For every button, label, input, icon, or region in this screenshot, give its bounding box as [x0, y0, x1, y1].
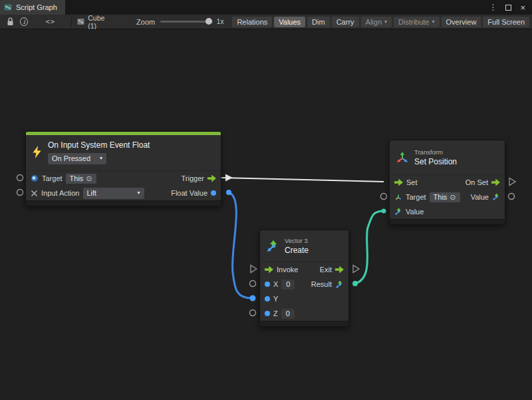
port-row-value-in: Value — [390, 204, 505, 219]
vector3-node-header: Vector 3 Create — [260, 230, 348, 262]
port-row-transform-target: Target This ⊙ Value — [390, 190, 505, 204]
vector3-z-port[interactable] — [250, 310, 256, 316]
vector-port-icon[interactable] — [492, 193, 500, 201]
transform-on-set-port[interactable] — [509, 178, 515, 186]
invoke-label: Invoke — [277, 266, 298, 274]
set-flow-arrow-icon[interactable] — [394, 179, 403, 186]
vector-port-icon[interactable] — [394, 208, 402, 216]
tab-title: Script Graph — [16, 3, 57, 11]
x-value-field[interactable]: 0 — [281, 280, 295, 290]
trigger-label: Trigger — [182, 174, 204, 182]
x-port-icon[interactable] — [265, 282, 270, 287]
fullscreen-button[interactable]: Full Screen — [483, 17, 529, 27]
zoom-value: 1x — [217, 18, 224, 25]
y-port-icon[interactable] — [265, 296, 270, 301]
zoom-slider[interactable] — [160, 21, 213, 23]
carry-button[interactable]: Carry — [332, 17, 359, 27]
toolbar-buttons: Relations Values Dim Carry Align ▾ Distr… — [232, 17, 529, 27]
zoom-slider-handle[interactable] — [205, 18, 212, 25]
float-value-wire — [229, 192, 252, 298]
target-value: This — [70, 174, 84, 183]
chevron-down-icon: ▾ — [137, 190, 140, 196]
float-value-label: Float Value — [171, 189, 207, 197]
transform-value-in-port[interactable] — [382, 209, 386, 214]
node-transform-set-position[interactable]: Transform Set Position Set On Set Target — [389, 140, 505, 225]
port-row-set: Set On Set — [390, 175, 505, 190]
close-icon[interactable]: × — [520, 3, 525, 13]
axes-icon — [394, 193, 402, 201]
distribute-button[interactable]: Distribute ▾ — [394, 17, 439, 27]
set-label: Set — [406, 178, 418, 186]
invoke-flow-arrow-icon[interactable] — [265, 266, 273, 274]
graph-context-label: Cube (1) — [88, 14, 111, 30]
object-picker-icon[interactable]: ⊙ — [86, 174, 92, 183]
float-value-port-icon[interactable] — [211, 190, 216, 196]
toolbar-separator — [71, 17, 72, 27]
vector-value-wire — [355, 211, 384, 284]
z-value-field[interactable]: 0 — [281, 309, 295, 319]
target-field[interactable]: This ⊙ — [66, 174, 96, 184]
lightning-icon — [32, 146, 42, 158]
node-footer — [260, 321, 348, 326]
event-target-port[interactable] — [17, 175, 23, 181]
relations-button[interactable]: Relations — [232, 17, 272, 27]
vector3-result-port[interactable] — [352, 281, 358, 286]
dim-button[interactable]: Dim — [307, 17, 330, 27]
align-label: Align — [366, 18, 382, 26]
z-port-icon[interactable] — [265, 311, 270, 316]
overview-button[interactable]: Overview — [442, 17, 481, 27]
control-wire — [221, 178, 384, 182]
node-title: Set Position — [414, 157, 457, 166]
transform-target-field[interactable]: This ⊙ — [430, 192, 460, 202]
event-mode-value: On Pressed — [52, 154, 90, 162]
value-in-label: Value — [406, 208, 424, 216]
node-on-input-system-event-float[interactable]: On Input System Event Float On Pressed ▾… — [25, 131, 221, 206]
event-input-action-port[interactable] — [17, 190, 23, 196]
node-type-label: Transform — [414, 148, 457, 156]
graph-canvas[interactable]: On Input System Event Float On Pressed ▾… — [0, 29, 532, 400]
node-title: Create — [285, 246, 309, 255]
input-action-icon — [31, 190, 38, 197]
window-controls: ⋮ × — [489, 0, 532, 15]
control-wire-arrow-icon — [225, 174, 233, 182]
align-button[interactable]: Align ▾ — [361, 17, 392, 27]
values-button[interactable]: Values — [274, 17, 305, 27]
code-toggle-icon[interactable]: <> — [45, 17, 55, 26]
object-picker-icon[interactable]: ⊙ — [450, 193, 456, 202]
window-menu-icon[interactable]: ⋮ — [489, 3, 497, 12]
chevron-down-icon: ▾ — [100, 156, 102, 161]
vector-port-icon[interactable] — [335, 280, 344, 289]
graph-context[interactable]: Cube (1) — [77, 14, 111, 30]
vector3-invoke-port[interactable] — [251, 266, 257, 273]
graph-asset-icon — [77, 18, 84, 25]
port-row-input-action: Input Action Lift ▾ Float Value — [26, 186, 221, 200]
transform-icon — [396, 151, 409, 164]
transform-target-label: Target — [406, 193, 426, 201]
node-title: On Input System Event Float — [48, 140, 150, 150]
maximize-icon[interactable] — [505, 5, 511, 11]
vector3-exit-port[interactable] — [353, 266, 359, 273]
input-action-dropdown[interactable]: Lift ▾ — [83, 188, 144, 199]
vector3-y-port[interactable] — [250, 296, 256, 301]
gameobject-icon — [31, 174, 39, 182]
port-row-z: Z 0 — [260, 306, 348, 321]
trigger-flow-arrow-icon[interactable] — [207, 175, 216, 182]
float-value-out-port[interactable] — [226, 190, 231, 195]
event-mode-dropdown[interactable]: On Pressed ▾ — [48, 153, 106, 164]
node-footer — [390, 219, 505, 224]
on-set-flow-arrow-icon[interactable] — [491, 179, 500, 186]
transform-value-out-port[interactable] — [509, 194, 515, 200]
chevron-down-icon: ▾ — [384, 19, 387, 25]
vector3-icon — [266, 240, 279, 253]
info-icon[interactable]: i — [20, 17, 28, 26]
vector3-x-port[interactable] — [250, 281, 256, 287]
tab-script-graph[interactable]: Script Graph — [0, 0, 65, 15]
lock-icon[interactable] — [5, 17, 15, 27]
exit-flow-arrow-icon[interactable] — [335, 266, 344, 274]
z-label: Z — [273, 309, 278, 317]
transform-target-port[interactable] — [381, 194, 387, 200]
window-tab-bar: Script Graph ⋮ × — [0, 0, 532, 15]
result-label: Result — [311, 280, 332, 288]
node-vector3-create[interactable]: Vector 3 Create Invoke Exit X 0 Result — [259, 230, 349, 327]
event-node-header: On Input System Event Float On Pressed ▾ — [26, 135, 221, 171]
